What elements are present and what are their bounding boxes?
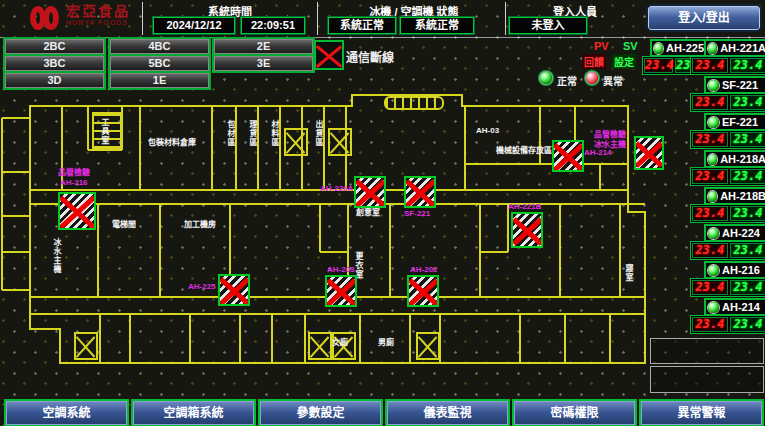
- sv-header: SV: [623, 40, 638, 52]
- header-divider: [317, 2, 318, 35]
- unit-ah-224[interactable]: AH-224: [704, 224, 765, 242]
- device-label: AH-203: [327, 265, 355, 274]
- ahu-comm-loss-icon-sf-221[interactable]: [404, 176, 436, 208]
- unit-status-led-icon: [708, 265, 719, 276]
- device-label: AH-226A: [320, 184, 353, 193]
- room-label: 電梯間: [112, 220, 136, 229]
- room-label: 女廁: [332, 338, 348, 347]
- unit-values: 23.4 23.4: [690, 93, 765, 112]
- pv-value: 23.4: [644, 58, 673, 73]
- tab-abnormal-alarm[interactable]: 異常警報: [641, 401, 762, 425]
- device-label: AH-216: [60, 178, 88, 187]
- unit-ah-218a[interactable]: AH-218A: [704, 150, 765, 168]
- unit-name-label: AH-221A: [720, 42, 765, 54]
- unit-name-label: EF-221: [722, 116, 758, 128]
- stairs-icon: [384, 96, 444, 110]
- unit-ah-218b[interactable]: AH-218B: [704, 187, 765, 205]
- room-label: 創意室: [356, 208, 380, 217]
- ahu-comm-loss-icon-chiller[interactable]: [634, 136, 664, 170]
- logo-title: 宏亞食品: [66, 4, 130, 19]
- unit-values: 23.4 23.4: [690, 241, 765, 260]
- sv-value: 23.4: [730, 280, 765, 295]
- empty-unit-slot: [650, 366, 764, 393]
- floor-button-1e[interactable]: 1E: [110, 73, 209, 88]
- unit-ah-214[interactable]: AH-214: [704, 298, 765, 316]
- tab-parameter-set[interactable]: 參數設定: [260, 401, 381, 425]
- normal-label: 正常: [557, 73, 577, 88]
- device-label: AH-202: [410, 265, 438, 274]
- company-logo-icon: [30, 5, 60, 31]
- floor-button-2e[interactable]: 2E: [214, 39, 313, 54]
- unit-ef-221[interactable]: EF-221: [704, 113, 765, 131]
- room-label: 包材區: [226, 120, 235, 184]
- tab-ahu-system[interactable]: 空調箱系統: [133, 401, 254, 425]
- pv-value: 23.4: [692, 243, 728, 258]
- tab-password-auth[interactable]: 密碼權限: [514, 401, 635, 425]
- unit-status-led-icon: [708, 117, 719, 128]
- room-label: 加工機房: [184, 220, 216, 229]
- elevator-icon: [416, 332, 440, 360]
- elevator-icon: [308, 332, 332, 360]
- unit-status-led-icon: [708, 154, 717, 165]
- ahu-comm-loss-icon-ah-216[interactable]: [58, 192, 96, 230]
- sv-value: 23.4: [730, 206, 765, 221]
- unit-values: 23.4 23.4: [690, 130, 765, 149]
- device-label: SF-221: [404, 209, 430, 218]
- sv-value: 23.4: [730, 169, 765, 184]
- header-bar: 宏亞食品 HUNYA FOODS 系統時間 2024/12/12 22:09:5…: [0, 0, 765, 38]
- unit-status-led-icon: [708, 191, 717, 202]
- unit-values: 23.4 23.4: [690, 167, 765, 186]
- floor-button-3bc[interactable]: 3BC: [5, 56, 104, 71]
- room-label: 男廁: [378, 338, 394, 347]
- ahu-comm-loss-icon-ah-225[interactable]: [218, 274, 250, 306]
- tab-ac-system[interactable]: 空調系統: [6, 401, 127, 425]
- header-divider: [142, 2, 143, 35]
- device-label: AH-221B: [508, 202, 541, 211]
- unit-sf-221[interactable]: SF-221: [704, 76, 765, 94]
- ahu-comm-loss-icon-ah-221b[interactable]: [511, 212, 543, 248]
- ahu-comm-loss-icon-ah-202[interactable]: [407, 275, 439, 307]
- unit-status-led-icon: [708, 302, 719, 313]
- room-label: 出貨區: [314, 120, 323, 184]
- pv-value: 23.4: [692, 95, 728, 110]
- tab-meter-monitor[interactable]: 儀表監視: [387, 401, 508, 425]
- elevator-icon: [74, 332, 98, 360]
- device-label: AH-214: [584, 148, 612, 157]
- sv-sub-label: 設定: [612, 54, 636, 69]
- unit-name-label: AH-218B: [720, 190, 765, 202]
- floor-button-2bc[interactable]: 2BC: [5, 39, 104, 54]
- elevator-icon: [284, 128, 308, 156]
- unit-name-label: AH-225: [666, 42, 704, 54]
- room-label: 寢室: [624, 264, 633, 292]
- unit-name-label: SF-221: [722, 79, 758, 91]
- pv-value: 23.4: [692, 169, 728, 184]
- chiller-status-value: 系統正常: [328, 17, 396, 34]
- unit-ah-221a[interactable]: AH-221A: [704, 39, 765, 57]
- room-label: 冰水主機: [52, 238, 61, 286]
- ahu-comm-loss-icon-ah-203[interactable]: [325, 275, 357, 307]
- unit-status-led-icon: [708, 80, 719, 91]
- pv-header: PV: [594, 40, 609, 52]
- sv-value: 23.4: [730, 132, 765, 147]
- floor-button-4bc[interactable]: 4BC: [110, 39, 209, 54]
- ahu-comm-loss-icon-ah-214[interactable]: [552, 140, 584, 172]
- comm-loss-icon: [314, 40, 344, 70]
- hmi-main-screen: 宏亞食品 HUNYA FOODS 系統時間 2024/12/12 22:09:5…: [0, 0, 765, 426]
- unit-name-label: AH-216: [722, 264, 760, 276]
- comm-loss-label: 通信斷線: [346, 48, 394, 65]
- floor-button-3e[interactable]: 3E: [214, 56, 313, 71]
- floor-button-5bc[interactable]: 5BC: [110, 56, 209, 71]
- unit-ah-216[interactable]: AH-216: [704, 261, 765, 279]
- login-logout-button[interactable]: 登入/登出: [648, 6, 760, 30]
- abnormal-led-icon: [586, 72, 598, 84]
- unit-name-label: AH-218A: [720, 153, 765, 165]
- unit-ah-225[interactable]: AH-225: [650, 39, 708, 57]
- floor-button-3d[interactable]: 3D: [5, 73, 104, 88]
- room-label: 包裝材料倉庫: [148, 138, 210, 147]
- ahu-comm-loss-icon-ah-226a[interactable]: [354, 176, 386, 208]
- device-label: 冰水主機: [594, 140, 626, 149]
- room-label: 機械設備存放區: [496, 146, 552, 155]
- sv-value: 23.4: [730, 317, 765, 332]
- pv-value: 23.4: [692, 317, 728, 332]
- device-label: AH-225: [188, 282, 216, 291]
